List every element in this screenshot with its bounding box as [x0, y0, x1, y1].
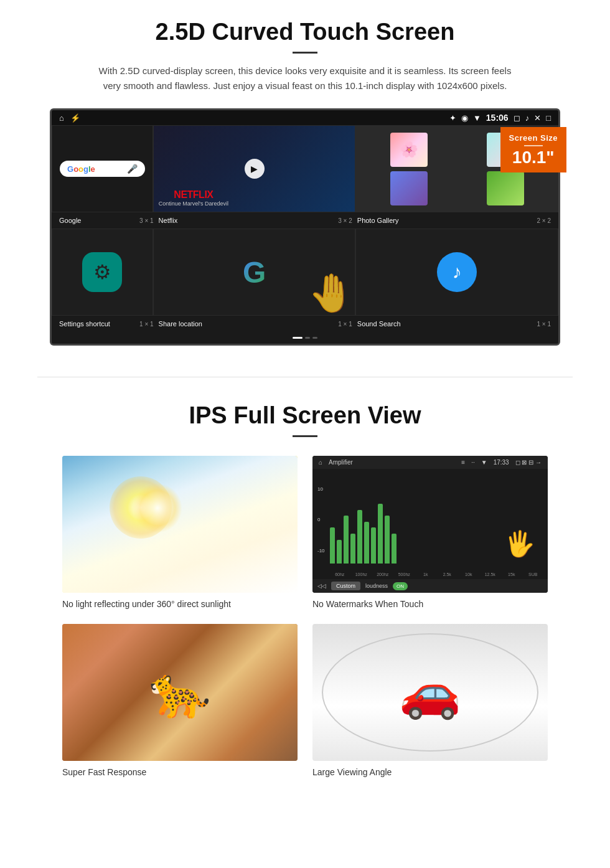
google-app-name: Google	[59, 217, 81, 224]
freq-60hz: 60hz	[330, 572, 350, 577]
google-label-cell: Google 3 × 1	[57, 215, 156, 225]
photo-thumb-nature	[487, 171, 524, 205]
dot-3[interactable]	[312, 337, 317, 339]
badge-size: 10.1"	[509, 149, 558, 166]
eq-bar-7	[371, 527, 376, 564]
eq-bar-1	[330, 527, 335, 564]
settings-label-cell: Settings shortcut 1 × 1	[57, 319, 156, 329]
eq-dots-icon: ··	[471, 459, 475, 466]
volume-icon[interactable]: ♪	[525, 113, 530, 123]
photo-thumb-city	[390, 171, 428, 205]
photogallery-label-cell: Photo Gallery 2 × 2	[355, 215, 553, 225]
cheetah-label: Super Fast Response	[62, 767, 298, 777]
eq-menu-icon: ≡	[461, 459, 465, 466]
usb-icon: ⚡	[70, 113, 80, 123]
eq-freq-labels: 60hz 100hz 200hz 500hz 1k 2.5k 10k 12.5k…	[312, 571, 548, 579]
eq-wifi-icon: ▼	[481, 459, 487, 466]
netflix-label-cell: Netflix 3 × 2	[156, 215, 355, 225]
eq-bar-4	[350, 534, 355, 564]
home-icon[interactable]: ⌂	[59, 113, 64, 123]
curved-description: With 2.5D curved-display screen, this de…	[93, 64, 517, 93]
freq-sub: SUB	[523, 572, 543, 577]
google-search-bar[interactable]: Google 🎤	[60, 161, 145, 177]
eq-header: ⌂ Amplifier ≡ ·· ▼ 17:33 ◻ ⊠ ⊟ →	[312, 456, 548, 469]
curved-section: 2.5D Curved Touch Screen With 2.5D curve…	[0, 0, 610, 358]
window-icon[interactable]: □	[546, 113, 551, 123]
google-logo: Google	[67, 164, 95, 174]
car-label: Large Viewing Angle	[312, 767, 548, 777]
eq-label-10: 10	[317, 486, 325, 492]
eq-back-btn[interactable]: ◁◁	[317, 583, 326, 589]
equalizer-label: No Watermarks When Touch	[312, 599, 548, 609]
google-app-size: 3 × 1	[139, 217, 154, 224]
feature-sunlight: No light reflecting under 360° direct su…	[62, 456, 298, 609]
car-image: 🚗	[312, 624, 548, 761]
eq-footer: ◁◁ Custom loudness ON	[312, 579, 548, 593]
google-app-cell[interactable]: Google 🎤	[52, 125, 153, 212]
section-divider	[37, 377, 573, 377]
photogallery-app-name: Photo Gallery	[357, 217, 399, 224]
bluetooth-icon: ✦	[449, 113, 456, 123]
settings-app-cell[interactable]: ⚙	[52, 229, 153, 316]
eq-preset-btn[interactable]: Custom	[331, 582, 360, 590]
loudness-toggle[interactable]: ON	[393, 582, 408, 590]
car-circle-border	[322, 633, 538, 752]
device-mockup: Screen Size 10.1" ⌂ ⚡ ✦ ◉ ▼ 15:06 ◻ ♪	[50, 108, 560, 346]
netflix-logo: NETFLIX	[159, 189, 228, 200]
eq-bar-8	[378, 504, 383, 564]
features-grid: No light reflecting under 360° direct su…	[37, 456, 573, 777]
eq-bar-10	[392, 534, 396, 564]
eq-hand-icon: 🖐	[504, 529, 535, 559]
hand-pointing-icon: 🤚	[308, 271, 355, 315]
netflix-app-cell[interactable]: ▶ NETFLIX Continue Marvel's Daredevil	[153, 125, 356, 212]
freq-100hz: 100hz	[352, 572, 372, 577]
netflix-subtitle: Continue Marvel's Daredevil	[159, 200, 228, 207]
eq-bar-3	[344, 516, 349, 564]
freq-2_5k: 2.5k	[438, 572, 458, 577]
netflix-play-button[interactable]: ▶	[245, 159, 265, 179]
sharelocation-app-name: Share location	[159, 320, 202, 328]
freq-200hz: 200hz	[373, 572, 393, 577]
app-grid-row1: Google 🎤 ▶ NETFLIX Continue Marvel's Dar…	[52, 125, 558, 212]
equalizer-image: ⌂ Amplifier ≡ ·· ▼ 17:33 ◻ ⊠ ⊟ → 10 0 -1…	[312, 456, 548, 593]
share-location-cell[interactable]: G 🤚	[153, 229, 356, 316]
ips-title: IPS Full Screen View	[37, 402, 573, 429]
feature-equalizer: ⌂ Amplifier ≡ ·· ▼ 17:33 ◻ ⊠ ⊟ → 10 0 -1…	[312, 456, 548, 609]
netflix-label: NETFLIX Continue Marvel's Daredevil	[159, 189, 228, 207]
eq-bar-6	[364, 522, 369, 564]
settings-app-name: Settings shortcut	[59, 320, 110, 328]
sound-search-cell[interactable]: ♪	[355, 229, 558, 316]
dot-1[interactable]	[293, 337, 303, 339]
photo-thumb-flower: 🌸	[390, 133, 428, 167]
sunlight-image	[62, 456, 298, 593]
soundsearch-label-cell: Sound Search 1 × 1	[355, 319, 553, 329]
freq-12_5k: 12.5k	[481, 572, 500, 577]
settings-app-size: 1 × 1	[139, 321, 154, 328]
camera-icon[interactable]: ◻	[514, 113, 520, 123]
freq-1k: 1k	[416, 572, 436, 577]
wifi-icon: ▼	[473, 113, 481, 123]
close-icon[interactable]: ✕	[534, 113, 541, 123]
mic-icon[interactable]: 🎤	[127, 164, 138, 174]
netflix-app-size: 3 × 2	[338, 217, 352, 224]
eq-bar-2	[337, 540, 342, 564]
badge-title: Screen Size	[509, 133, 558, 143]
cheetah-icon: 🐆	[149, 663, 211, 722]
freq-15k: 15k	[502, 572, 522, 577]
status-left-icons: ⌂ ⚡	[59, 113, 80, 123]
soundsearch-app-size: 1 × 1	[537, 321, 551, 328]
eq-label-neg10: -10	[317, 548, 325, 554]
app-labels-row1: Google 3 × 1 Netflix 3 × 2 Photo Gallery…	[52, 212, 558, 229]
ips-title-underline	[293, 435, 317, 437]
photogallery-app-size: 2 × 2	[537, 217, 551, 224]
dot-2[interactable]	[305, 337, 310, 339]
feature-cheetah: 🐆 Super Fast Response	[62, 624, 298, 777]
eq-bar-9	[385, 516, 390, 564]
app-labels-row2: Settings shortcut 1 × 1 Share location 1…	[52, 316, 558, 332]
sunlight-label: No light reflecting under 360° direct su…	[62, 599, 298, 609]
music-note-icon: ♪	[437, 252, 477, 292]
freq-10k: 10k	[459, 572, 479, 577]
title-underline	[293, 52, 317, 54]
feature-car: 🚗 Large Viewing Angle	[312, 624, 548, 777]
eq-body: 10 0 -10	[312, 469, 548, 571]
